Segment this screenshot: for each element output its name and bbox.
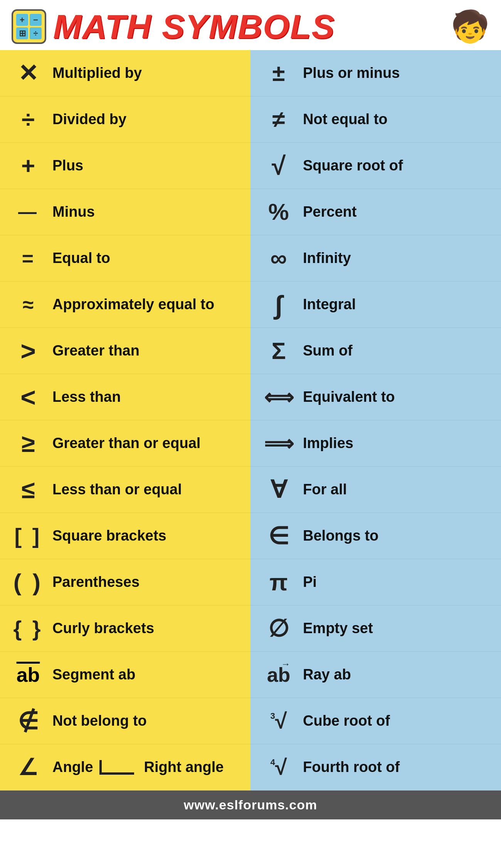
symbol-sum: Σ [261, 339, 296, 363]
list-item: 4 √ Fourth root of [250, 744, 501, 790]
icon-cell-plus: + [16, 14, 28, 26]
label-pi: Pi [303, 573, 317, 591]
label-curly: Curly brackets [52, 620, 154, 637]
character-icon: 🧒 [451, 8, 489, 45]
symbol-not-belong: ∉ [11, 709, 45, 733]
list-item: > Greater than [0, 328, 250, 374]
symbol-infinity: ∞ [261, 247, 296, 270]
list-item: < Less than [0, 374, 250, 420]
label-fourthroot: Fourth root of [303, 758, 400, 776]
list-item: ∅ Empty set [250, 605, 501, 652]
symbol-integral: ∫ [261, 292, 296, 318]
label-segment-ab: Segment ab [52, 666, 135, 684]
label-parens: Parentheses [52, 573, 140, 591]
footer: www.eslforums.com [0, 790, 501, 819]
symbol-segment-ab: ab [11, 663, 45, 686]
list-item: ✕ Multiplied by [0, 50, 250, 96]
symbol-less: < [11, 384, 45, 410]
symbol-gte: ≥ [11, 431, 45, 456]
symbol-plus: + [11, 154, 45, 178]
label-equal: Equal to [52, 249, 110, 267]
header: + − ⊞ ÷ MATH SYMBOLS 🧒 [0, 0, 501, 50]
label-right-angle: Right angle [144, 758, 224, 776]
label-infinity: Infinity [303, 249, 351, 267]
label-forall: For all [303, 481, 347, 499]
symbol-belongs: ∈ [261, 524, 296, 548]
list-item: ( ) Parentheses [0, 559, 250, 605]
label-cuberoot: Cube root of [303, 712, 390, 730]
label-plus: Plus [52, 157, 83, 175]
label-belongs: Belongs to [303, 527, 378, 545]
list-item: ⟹ Implies [250, 420, 501, 467]
label-angle: Angle [52, 758, 93, 776]
list-item: ∫ Integral [250, 281, 501, 328]
label-sum: Sum of [303, 342, 353, 360]
symbol-notequal: ≠ [261, 108, 296, 131]
symbol-equivalent: ⟺ [261, 387, 296, 408]
list-item: ÷ Divided by [0, 96, 250, 143]
symbol-cuberoot: 3 √ [261, 710, 296, 732]
main-content: ✕ Multiplied by ÷ Divided by + Plus — Mi… [0, 50, 501, 790]
symbol-implies: ⟹ [261, 433, 296, 454]
list-item: Σ Sum of [250, 328, 501, 374]
symbol-lte: ≤ [11, 477, 45, 502]
symbol-right-angle [99, 760, 134, 775]
list-item: 3 √ Cube root of [250, 698, 501, 744]
symbol-angle: ∠ [11, 756, 45, 779]
label-lte: Less than or equal [52, 481, 182, 499]
symbol-sqrt: √ [261, 153, 296, 179]
symbol-ray-ab: → ab [261, 665, 296, 685]
page-title: MATH SYMBOLS [53, 7, 335, 46]
label-minus: Minus [52, 203, 95, 221]
label-divided: Divided by [52, 111, 126, 128]
list-item: π Pi [250, 559, 501, 605]
symbol-pi: π [261, 570, 296, 594]
label-notequal: Not equal to [303, 111, 388, 128]
label-implies: Implies [303, 435, 353, 452]
list-item: ∀ For all [250, 467, 501, 513]
symbol-equal: = [11, 248, 45, 268]
list-item: → ab Ray ab [250, 652, 501, 698]
symbol-brackets: [ ] [11, 525, 45, 547]
list-item: ≤ Less than or equal [0, 467, 250, 513]
math-icon: + − ⊞ ÷ [12, 9, 46, 44]
label-not-belong: Not belong to [52, 712, 147, 730]
label-approx: Approximately equal to [52, 296, 214, 313]
symbol-approx: ≈ [11, 295, 45, 315]
symbol-plusminus: ± [261, 62, 296, 85]
list-item: √ Square root of [250, 143, 501, 189]
label-percent: Percent [303, 203, 356, 221]
list-item: = Equal to [0, 235, 250, 281]
label-brackets: Square brackets [52, 527, 166, 545]
list-item: + Plus [0, 143, 250, 189]
footer-url: www.eslforums.com [184, 797, 317, 812]
list-item: ⟺ Equivalent to [250, 374, 501, 420]
symbol-greater: > [11, 338, 45, 364]
list-item: ∠ Angle Right angle [0, 744, 250, 790]
icon-cell-div: ÷ [30, 27, 42, 39]
label-ray-ab: Ray ab [303, 666, 351, 684]
label-less: Less than [52, 388, 121, 406]
list-item: ≥ Greater than or equal [0, 420, 250, 467]
symbol-multiplied: ✕ [11, 61, 45, 85]
symbol-curly: { } [11, 618, 45, 639]
left-column: ✕ Multiplied by ÷ Divided by + Plus — Mi… [0, 50, 250, 790]
label-gte: Greater than or equal [52, 435, 200, 452]
list-item: ± Plus or minus [250, 50, 501, 96]
label-sqrt: Square root of [303, 157, 403, 175]
symbol-minus: — [11, 203, 45, 221]
list-item: ≈ Approximately equal to [0, 281, 250, 328]
symbol-fourthroot: 4 √ [261, 757, 296, 778]
label-greater: Greater than [52, 342, 140, 360]
symbol-emptyset: ∅ [261, 617, 296, 640]
right-column: ± Plus or minus ≠ Not equal to √ Square … [250, 50, 501, 790]
list-item: ab Segment ab [0, 652, 250, 698]
label-equivalent: Equivalent to [303, 388, 395, 406]
list-item: ∉ Not belong to [0, 698, 250, 744]
symbol-parens: ( ) [11, 570, 45, 594]
list-item: ≠ Not equal to [250, 96, 501, 143]
label-multiplied: Multiplied by [52, 64, 142, 82]
list-item: % Percent [250, 189, 501, 235]
list-item: ∈ Belongs to [250, 513, 501, 559]
symbol-percent: % [261, 201, 296, 224]
